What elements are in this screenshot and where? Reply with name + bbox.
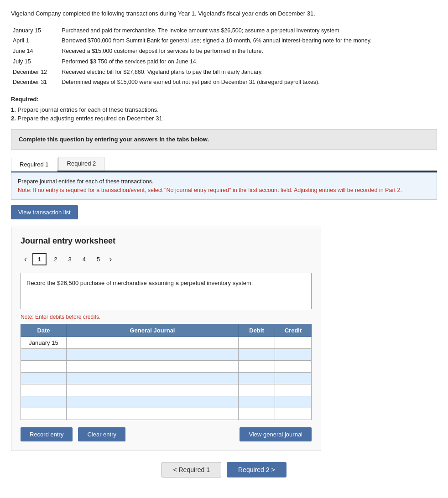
- transaction-date: June 14: [11, 46, 60, 57]
- table-row: [21, 372, 312, 384]
- general-journal-input[interactable]: [67, 373, 238, 384]
- debit-input[interactable]: [239, 361, 275, 372]
- general-journal-input[interactable]: [67, 408, 238, 420]
- next-nav-button[interactable]: Required 2 >: [227, 462, 287, 477]
- page-num[interactable]: 2: [50, 254, 61, 265]
- transaction-date: December 12: [11, 67, 60, 78]
- pagination-row: ‹ 12345 ›: [21, 253, 312, 265]
- credit-input[interactable]: [275, 373, 311, 384]
- required-label: Required:: [11, 96, 437, 103]
- description-box: Record the $26,500 purchase of merchandi…: [21, 273, 312, 309]
- credit-cell[interactable]: [275, 348, 312, 360]
- debit-input[interactable]: [239, 337, 275, 348]
- general-journal-input[interactable]: [67, 349, 238, 360]
- credit-cell[interactable]: [275, 372, 312, 384]
- credit-cell[interactable]: [275, 360, 312, 372]
- note-box: Prepare journal entries for each of thes…: [11, 172, 437, 200]
- prev-nav-button[interactable]: < Required 1: [161, 462, 221, 477]
- date-cell: [21, 384, 67, 396]
- page-num-active[interactable]: 1: [32, 253, 47, 265]
- page-num[interactable]: 5: [93, 254, 104, 265]
- journal-table: Date General Journal Debit Credit Januar…: [21, 324, 312, 420]
- debit-input[interactable]: [239, 373, 275, 384]
- debit-cell[interactable]: [239, 337, 275, 348]
- journal-worksheet: Journal entry worksheet ‹ 12345 › Record…: [11, 227, 321, 451]
- bottom-nav: < Required 1 Required 2 >: [11, 462, 437, 477]
- view-transaction-btn[interactable]: View transaction list: [11, 205, 78, 219]
- general-journal-cell[interactable]: [67, 348, 239, 360]
- transaction-description: Performed $3,750 of the services paid fo…: [60, 57, 437, 67]
- transaction-description: Received electric bill for $27,860. Vige…: [60, 67, 437, 78]
- tabs-row: Required 1 Required 2: [11, 157, 437, 171]
- required-item-num: 2.: [11, 115, 16, 122]
- credit-input[interactable]: [275, 349, 311, 360]
- complete-box: Complete this question by entering your …: [11, 129, 437, 150]
- credit-input[interactable]: [275, 337, 311, 348]
- prev-page-arrow[interactable]: ‹: [21, 254, 31, 265]
- table-row: [21, 360, 312, 372]
- record-entry-button[interactable]: Record entry: [21, 427, 73, 441]
- note-line1: Prepare journal entries for each of thes…: [18, 177, 430, 186]
- transaction-date: January 15: [11, 26, 60, 36]
- general-journal-input[interactable]: [67, 337, 238, 348]
- transaction-row: January 15Purchased and paid for merchan…: [11, 26, 437, 36]
- required-item: 1. Prepare journal entries for each of t…: [11, 106, 437, 113]
- intro-text: Vigeland Company completed the following…: [11, 9, 437, 18]
- tab-required-1[interactable]: Required 1: [11, 158, 57, 171]
- debit-cell[interactable]: [239, 372, 275, 384]
- col-date: Date: [21, 324, 67, 337]
- transactions-table: January 15Purchased and paid for merchan…: [11, 26, 437, 88]
- credit-input[interactable]: [275, 408, 311, 420]
- note-debits: Note: Enter debits before credits.: [21, 314, 312, 320]
- clear-entry-button[interactable]: Clear entry: [78, 427, 125, 441]
- credit-cell[interactable]: [275, 384, 312, 396]
- page-num[interactable]: 3: [64, 254, 75, 265]
- required-section: Required: 1. Prepare journal entries for…: [11, 96, 437, 122]
- general-journal-cell[interactable]: [67, 337, 239, 348]
- table-row: January 15: [21, 337, 312, 348]
- credit-cell[interactable]: [275, 396, 312, 408]
- debit-cell[interactable]: [239, 384, 275, 396]
- col-debit: Debit: [239, 324, 275, 337]
- debit-input[interactable]: [239, 408, 275, 420]
- table-row: [21, 408, 312, 420]
- transaction-description: Purchased and paid for merchandise. The …: [60, 26, 437, 36]
- transaction-row: December 12Received electric bill for $2…: [11, 67, 437, 78]
- date-cell: [21, 408, 67, 420]
- page-num[interactable]: 4: [79, 254, 89, 265]
- transaction-row: December 31Determined wages of $15,000 w…: [11, 77, 437, 88]
- debit-input[interactable]: [239, 349, 275, 360]
- transaction-date: December 31: [11, 77, 60, 88]
- debit-input[interactable]: [239, 396, 275, 408]
- general-journal-input[interactable]: [67, 396, 238, 408]
- general-journal-input[interactable]: [67, 384, 238, 396]
- next-page-arrow[interactable]: ›: [105, 254, 115, 265]
- general-journal-cell[interactable]: [67, 372, 239, 384]
- general-journal-cell[interactable]: [67, 408, 239, 420]
- tab-required-2[interactable]: Required 2: [58, 157, 105, 171]
- general-journal-input[interactable]: [67, 361, 238, 372]
- credit-input[interactable]: [275, 396, 311, 408]
- date-cell: [21, 372, 67, 384]
- col-credit: Credit: [275, 324, 312, 337]
- debit-cell[interactable]: [239, 348, 275, 360]
- transaction-description: Determined wages of $15,000 were earned …: [60, 77, 437, 88]
- credit-input[interactable]: [275, 384, 311, 396]
- credit-cell[interactable]: [275, 408, 312, 420]
- debit-cell[interactable]: [239, 396, 275, 408]
- table-row: [21, 396, 312, 408]
- credit-input[interactable]: [275, 361, 311, 372]
- view-general-journal-button[interactable]: View general journal: [240, 427, 312, 441]
- debit-cell[interactable]: [239, 360, 275, 372]
- required-item: 2. Prepare the adjusting entries require…: [11, 115, 437, 122]
- general-journal-cell[interactable]: [67, 396, 239, 408]
- debit-input[interactable]: [239, 384, 275, 396]
- credit-cell[interactable]: [275, 337, 312, 348]
- action-buttons: Record entry Clear entry View general jo…: [21, 427, 312, 441]
- debit-cell[interactable]: [239, 408, 275, 420]
- general-journal-cell[interactable]: [67, 384, 239, 396]
- date-cell: [21, 396, 67, 408]
- transaction-row: July 15Performed $3,750 of the services …: [11, 57, 437, 67]
- general-journal-cell[interactable]: [67, 360, 239, 372]
- transaction-date: April 1: [11, 36, 60, 46]
